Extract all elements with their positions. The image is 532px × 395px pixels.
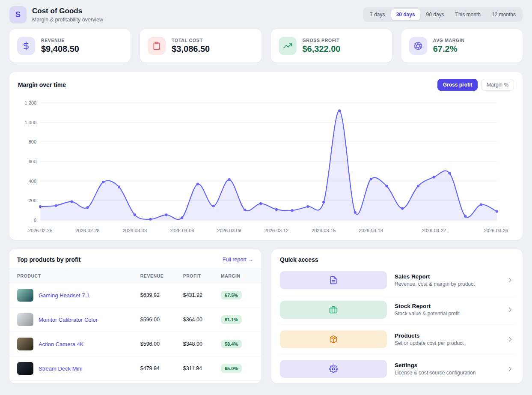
quick-access-item-sales-report[interactable]: Sales ReportRevenue, cost & margin by pr…: [280, 266, 514, 295]
svg-text:2026-02-28: 2026-02-28: [75, 228, 99, 233]
table-row: Monitor Calibrator Color$596.00$364.0061…: [9, 308, 261, 332]
svg-text:2026-03-12: 2026-03-12: [265, 228, 288, 233]
range-button-7-days[interactable]: 7 days: [365, 9, 390, 20]
product: Stream Deck Mini: [17, 362, 138, 375]
range-button-30-days[interactable]: 30 days: [391, 9, 420, 20]
document-icon: [280, 271, 387, 289]
quick-item-title: Stock Report: [395, 303, 499, 309]
profit-cell: $364.00: [183, 308, 221, 332]
table-row: Action Camera 4K$596.00$348.0058.4%: [9, 332, 261, 356]
quick-item-title: Settings: [395, 362, 499, 368]
dollar-icon: [17, 37, 35, 55]
svg-text:200: 200: [29, 198, 36, 203]
stat-label: TOTAL COST: [172, 38, 210, 43]
product-thumbnail: [17, 289, 33, 302]
quick-access-item-products[interactable]: ProductsSet or update cost per product: [280, 325, 514, 354]
product-cell: Gaming Headset 7.1: [9, 283, 140, 308]
profit-cell: $311.94: [183, 356, 221, 381]
stat-card-gross-profit: GROSS PROFIT$6,322.00: [271, 29, 392, 63]
product-thumbnail: [17, 313, 33, 326]
toggle-gross-profit[interactable]: Gross profit: [437, 79, 478, 91]
stat-text: TOTAL COST$3,086.50: [172, 38, 210, 54]
revenue-cell: $639.92: [140, 283, 183, 308]
quick-item-text: ProductsSet or update cost per product: [395, 332, 499, 346]
stat-card-avg-margin: AVG MARGIN67.2%: [401, 29, 523, 63]
svg-text:2026-03-09: 2026-03-09: [217, 228, 241, 233]
top-products-card: Top products by profit Full report → PRO…: [9, 249, 261, 383]
product-name-link[interactable]: Action Camera 4K: [39, 341, 84, 347]
product: Monitor Calibrator Color: [17, 313, 138, 326]
top-products-title: Top products by profit: [17, 256, 80, 263]
margin-badge: 65.0%: [221, 364, 242, 373]
svg-text:2026-03-22: 2026-03-22: [422, 228, 446, 233]
briefcase-icon: [280, 301, 387, 319]
margin-cell: 67.5%: [221, 283, 261, 308]
svg-text:2026-03-18: 2026-03-18: [359, 228, 383, 233]
column-revenue: REVENUE: [140, 269, 183, 283]
quick-access-item-stock-report[interactable]: Stock ReportStock value & potential prof…: [280, 295, 514, 325]
profit-cell: $348.00: [183, 332, 221, 356]
chart-title: Margin over time: [18, 81, 66, 88]
margin-cell: 58.4%: [221, 332, 261, 356]
app-logo: S: [9, 6, 27, 23]
stat-text: REVENUE$9,408.50: [41, 38, 79, 54]
quick-item-title: Sales Report: [395, 273, 499, 280]
margin-badge: 61.1%: [221, 315, 242, 324]
svg-text:1 200: 1 200: [25, 100, 37, 105]
full-report-link[interactable]: Full report →: [223, 257, 253, 263]
svg-text:600: 600: [29, 159, 36, 164]
brand: S Cost of Goods Margin & profitability o…: [9, 6, 103, 23]
table-header: PRODUCT REVENUE PROFIT MARGIN: [9, 269, 261, 283]
gear-icon: [280, 360, 387, 378]
stat-card-total-cost: TOTAL COST$3,086.50: [140, 29, 261, 63]
svg-text:2026-03-15: 2026-03-15: [312, 228, 336, 233]
stat-value: $9,408.50: [41, 44, 79, 54]
chevron-right-icon: [506, 365, 514, 373]
stat-value: $6,322.00: [303, 44, 341, 54]
package-icon: [280, 330, 387, 348]
quick-item-subtitle: License & cost source configuration: [395, 370, 499, 376]
cost-of-goods-dashboard: S Cost of Goods Margin & profitability o…: [0, 0, 532, 395]
svg-text:1 000: 1 000: [25, 120, 37, 125]
margin-badge: 67.5%: [221, 291, 242, 299]
stat-card-revenue: REVENUE$9,408.50: [9, 29, 131, 63]
margin-chart-card: Margin over time Gross profitMargin % 02…: [9, 72, 523, 240]
margin-over-time-chart: 02004006008001 0001 2002026-02-252026-02…: [18, 95, 514, 237]
quick-item-subtitle: Stock value & potential profit: [395, 311, 499, 317]
quick-access-item-settings[interactable]: SettingsLicense & cost source configurat…: [280, 354, 514, 383]
quick-access-card: Quick access Sales ReportRevenue, cost &…: [271, 249, 523, 383]
svg-text:2026-03-06: 2026-03-06: [170, 228, 194, 233]
top-products-table: PRODUCT REVENUE PROFIT MARGIN Gaming Hea…: [9, 269, 261, 381]
range-button-12-months[interactable]: 12 months: [487, 9, 521, 20]
stat-text: AVG MARGIN67.2%: [433, 38, 465, 54]
page-subtitle: Margin & profitability overview: [32, 17, 103, 23]
page-title: Cost of Goods: [32, 7, 103, 15]
product: Gaming Headset 7.1: [17, 289, 138, 302]
product-thumbnail: [17, 362, 33, 375]
product: Action Camera 4K: [17, 338, 138, 350]
quick-item-text: SettingsLicense & cost source configurat…: [395, 362, 499, 376]
svg-text:400: 400: [29, 179, 36, 184]
range-button-this-month[interactable]: This month: [450, 9, 486, 20]
svg-text:2026-03-26: 2026-03-26: [484, 228, 508, 233]
range-button-90-days[interactable]: 90 days: [421, 9, 449, 20]
product-name-link[interactable]: Monitor Calibrator Color: [39, 317, 98, 323]
bottom-section: Top products by profit Full report → PRO…: [0, 249, 532, 383]
toggle-margin[interactable]: Margin %: [481, 79, 514, 91]
quick-item-title: Products: [395, 332, 499, 339]
margin-cell: 61.1%: [221, 308, 261, 332]
table-row: Gaming Headset 7.1$639.92$431.9267.5%: [9, 283, 261, 308]
product-name-link[interactable]: Stream Deck Mini: [39, 365, 83, 372]
clipboard-icon: [148, 37, 166, 55]
product-cell: Monitor Calibrator Color: [9, 308, 140, 332]
profit-cell: $431.92: [183, 283, 221, 308]
quick-item-subtitle: Revenue, cost & margin by product: [395, 281, 499, 287]
table-row: Stream Deck Mini$479.94$311.9465.0%: [9, 356, 261, 381]
chevron-right-icon: [506, 276, 514, 284]
product-name-link[interactable]: Gaming Headset 7.1: [39, 292, 89, 299]
quick-item-text: Stock ReportStock value & potential prof…: [395, 303, 499, 317]
product-cell: Action Camera 4K: [9, 332, 140, 356]
revenue-cell: $479.94: [140, 356, 183, 381]
revenue-cell: $596.00: [140, 332, 183, 356]
stat-label: AVG MARGIN: [433, 38, 465, 43]
